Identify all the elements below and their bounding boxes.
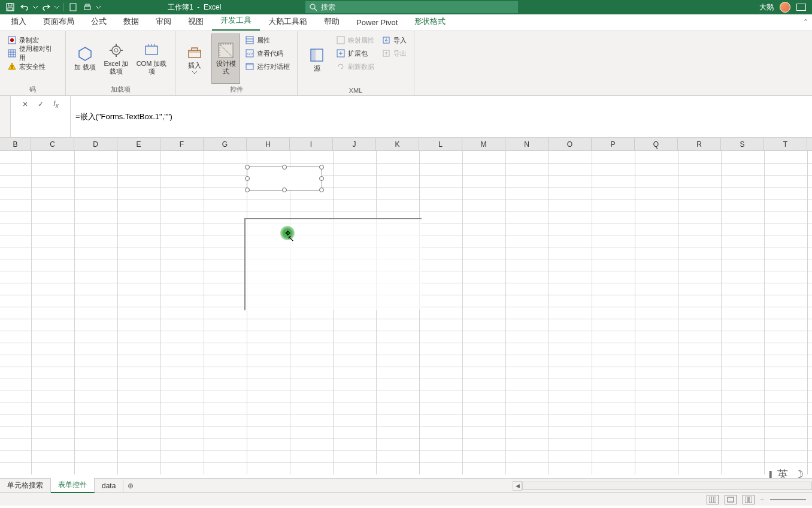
col-header[interactable]: B [0,138,31,150]
col-header[interactable]: G [204,138,247,150]
formula-input[interactable] [71,96,812,137]
tab-view[interactable]: 视图 [180,13,212,31]
col-header[interactable]: D [74,138,117,150]
sheet-tab[interactable]: data [95,480,123,492]
new-sheet-button[interactable]: ⊕ [123,482,138,490]
insert-control-button[interactable]: 插入 [180,34,209,84]
tab-developer[interactable]: 开发工具 [212,12,260,31]
col-header[interactable]: P [592,138,635,150]
tab-powerpivot[interactable]: Power Pivot [348,15,406,31]
col-header[interactable]: H [247,138,290,150]
tab-data[interactable]: 数据 [115,13,147,31]
col-header[interactable]: M [462,138,505,150]
page-layout-view-button[interactable] [725,495,737,504]
col-header[interactable]: J [333,138,376,150]
refresh-data-button: 刷新数据 [334,60,377,73]
svg-rect-43 [709,497,716,503]
properties-button[interactable]: 属性 [243,34,292,47]
search-icon [309,3,317,11]
user-name[interactable]: 大鹅 [759,2,774,13]
ribbon-group-addins: 加 载项 Excel 加载项 COM 加载项 加载项 [66,31,175,95]
group-label-code: 码 [5,84,60,94]
cursor-icon: ↖ [287,234,295,243]
undo-dropdown[interactable] [32,1,38,14]
search-box[interactable] [305,1,518,13]
col-header[interactable]: Q [635,138,678,150]
run-dialog-button[interactable]: 运行对话框 [243,60,292,73]
horizontal-scrollbar[interactable]: ◀ [513,481,812,491]
col-header[interactable]: C [31,138,74,150]
ribbon-collapse-button[interactable]: ⌃ [803,18,808,26]
tab-review[interactable]: 审阅 [147,13,180,31]
ribbon-group-code: 录制宏 使用相对引用 !宏安全性 码 [0,31,66,95]
group-label-addins: 加载项 [71,84,170,94]
sheet-tabs: 单元格搜索 表单控件 data ⊕ ◀ [0,478,812,492]
addins-button[interactable]: 加 载项 [71,34,99,84]
design-mode-button[interactable]: 设计模式 [211,34,240,84]
spreadsheet-grid[interactable]: B C D E F G H I J K L M N O P Q R S T [0,138,812,478]
macro-security-button[interactable]: !宏安全性 [5,60,60,73]
svg-rect-38 [311,49,316,61]
formula-bar: ✕ ✓ fx [0,96,812,138]
insert-function-button[interactable]: fx [50,98,62,110]
col-header[interactable]: E [117,138,160,150]
expansion-pack-button[interactable]: 扩展包 [334,47,377,60]
hexagon-icon [77,46,93,62]
col-header[interactable]: R [678,138,721,150]
enter-formula-button[interactable]: ✓ [35,98,47,110]
map-icon [336,35,346,45]
record-icon [7,35,17,45]
activex-textbox-control[interactable] [247,167,322,190]
col-header[interactable]: O [549,138,592,150]
col-header[interactable]: I [290,138,333,150]
com-addins-button[interactable]: COM 加载项 [133,34,170,84]
sheet-tab[interactable]: 表单控件 [51,478,95,493]
gear-icon [108,42,125,59]
normal-view-button[interactable] [707,495,719,504]
undo-button[interactable] [18,1,31,14]
svg-rect-46 [728,497,734,502]
col-header[interactable]: K [376,138,419,150]
ribbon-display-button[interactable] [796,4,806,11]
tab-help[interactable]: 帮助 [316,13,348,31]
col-header[interactable]: T [764,138,807,150]
quick-access-toolbar [0,1,101,14]
tab-insert[interactable]: 插入 [2,13,35,31]
col-header[interactable]: F [160,138,204,150]
col-header[interactable]: S [721,138,764,150]
qat-print-button[interactable] [81,1,94,14]
tab-custom-toolbox[interactable]: 大鹅工具箱 [260,13,316,31]
excel-addins-button[interactable]: Excel 加载项 [102,34,131,84]
tab-pagelayout[interactable]: 页面布局 [35,13,83,31]
xml-source-button[interactable]: 源 [302,34,331,86]
col-header[interactable]: N [505,138,549,150]
col-header[interactable]: L [419,138,462,150]
formula-bar-buttons: ✕ ✓ fx [11,96,71,137]
relative-ref-button[interactable]: 使用相对引用 [5,47,60,60]
cells-area[interactable]: ✥ ↖ [0,151,812,474]
sheet-tab[interactable]: 单元格搜索 [0,479,51,492]
drawing-rectangle[interactable] [244,218,422,310]
page-break-view-button[interactable] [743,495,755,504]
ribbon-group-controls: 插入 设计模式 属性 </>查看代码 运行对话框 控件 [175,31,298,95]
svg-marker-16 [79,47,91,61]
svg-rect-47 [745,497,748,503]
tab-shapeformat[interactable]: 形状格式 [406,13,454,31]
save-button[interactable] [4,1,17,14]
scroll-left-button[interactable]: ◀ [513,481,522,491]
tab-formulas[interactable]: 公式 [83,13,115,31]
qat-new-button[interactable] [66,1,80,14]
import-button[interactable]: 导入 [379,34,409,47]
view-code-button[interactable]: </>查看代码 [243,47,292,60]
name-box[interactable] [0,96,11,137]
search-input[interactable] [321,3,514,11]
scroll-track[interactable] [522,482,812,490]
import-icon [381,35,391,45]
zoom-slider[interactable] [770,499,806,500]
zoom-out-button[interactable]: − [761,496,764,503]
qat-customize-dropdown[interactable] [95,1,101,14]
redo-button[interactable] [40,1,53,14]
redo-dropdown[interactable] [54,1,60,14]
avatar[interactable] [780,2,790,13]
cancel-formula-button[interactable]: ✕ [19,98,31,110]
